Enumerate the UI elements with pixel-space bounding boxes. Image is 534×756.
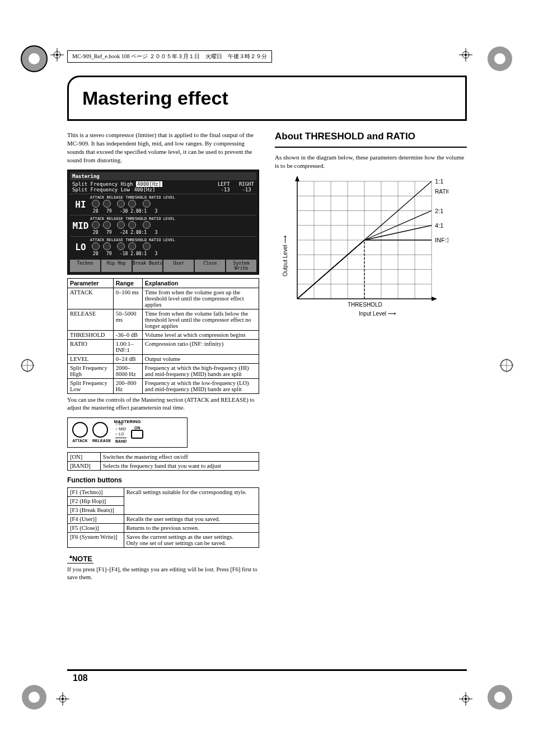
regmark-icon [486,45,514,73]
regmark-icon [486,683,514,711]
fbutton[interactable]: User [163,260,194,272]
cropmark-icon [50,48,64,64]
svg-text:THRESHOLD: THRESHOLD [348,302,382,308]
svg-text:Input Level ⟶: Input Level ⟶ [359,311,396,317]
cropmark-icon [459,48,472,64]
fbutton[interactable]: Close [195,260,225,272]
svg-point-2 [29,53,40,64]
svg-point-4 [494,53,505,64]
device-screenshot: Mastering Split Frequency High 4000[Hz] … [67,170,259,275]
regmark-icon [499,358,514,373]
band-label: HI [71,199,90,210]
note-text: If you press [F1]–[F4], the settings you… [67,566,259,581]
threshold-ratio-intro: As shown in the diagram below, these par… [275,153,467,170]
cropmark-icon [56,692,69,708]
regmark-icon [20,358,35,373]
svg-text:4:1: 4:1 [435,222,443,228]
regmark-icon [20,45,48,73]
parameter-table: ParameterRangeExplanation ATTACK0–100 ms… [67,278,259,394]
svg-marker-32 [295,176,299,181]
note-after-table: You can use the controls of the Masterin… [67,396,259,411]
title-card: Mastering effect [67,76,467,121]
svg-text:2:1: 2:1 [435,207,443,214]
left-label: LEFT [218,181,230,187]
svg-point-8 [494,692,505,703]
split-lo-value: 400[Hz] [133,187,156,192]
on-label: ON [131,426,143,430]
svg-point-30 [465,698,467,700]
fbutton[interactable]: Techno [70,260,100,272]
page-number: 108 [73,673,88,683]
meter-right: -13 [242,187,251,192]
divider [275,147,467,148]
svg-point-22 [465,54,467,56]
page-title: Mastering effect [82,87,452,109]
fbutton[interactable]: Hip Hop [101,260,132,272]
regmark-icon [20,683,48,711]
band-leds: HI MID LO BAND [115,421,127,444]
compression-chart: 1:12:14:1INF:1THRESHOLDRATIOInput Level … [280,176,448,316]
function-table: [F1 (Techno)]Recall settings suitable fo… [67,487,259,548]
intro-text: This is a stereo compressor (limiter) th… [67,131,259,164]
cropmark-icon [459,692,472,708]
footer-rule [67,669,467,671]
meter-left: -13 [221,187,229,192]
svg-point-6 [29,692,40,703]
attack-knob[interactable]: ATTACK [72,422,88,443]
meta-bar: MC-909_Ref_e.book 108 ページ ２００５年３月１日 火曜日 … [67,50,272,63]
fbutton[interactable]: Break Beats [133,260,163,272]
svg-text:INF:1: INF:1 [435,237,448,243]
screenshot-title: Mastering [70,172,256,180]
split-lo-label: Split Frequency Low [72,187,130,192]
band-button[interactable]: BAND [115,438,127,444]
release-knob[interactable]: RELEASE [92,422,111,443]
svg-point-26 [62,698,64,700]
band-label: MID [71,220,90,231]
switch-table: [ON]Switches the mastering effect on/off… [67,452,259,471]
split-hi-value: 4000[Hz] [136,181,162,187]
svg-text:1:1: 1:1 [435,178,443,185]
svg-point-18 [56,54,58,56]
band-label: LO [71,242,90,252]
svg-text:RATIO: RATIO [435,189,448,195]
mastering-panel: MASTERING ATTACK RELEASE HI MID LO BAND … [67,417,188,448]
svg-marker-34 [432,297,437,301]
svg-text:Output Level ⟶: Output Level ⟶ [282,235,288,276]
note-icon: NOTE [67,555,93,564]
split-hi-label: Split Frequency High [72,181,133,187]
function-heading: Function buttons [67,476,259,484]
on-button[interactable] [131,430,143,439]
right-label: RIGHT [239,181,254,187]
threshold-ratio-heading: About THRESHOLD and RATIO [275,131,467,142]
fbutton[interactable]: System Write [226,260,256,272]
